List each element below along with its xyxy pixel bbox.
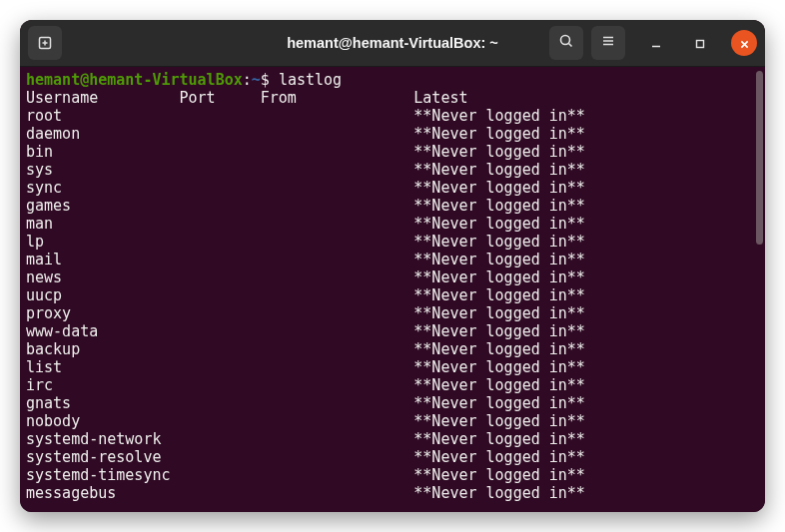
output-row: systemd-timesync**Never logged in** — [26, 466, 759, 484]
scrollbar-thumb[interactable] — [756, 71, 763, 245]
svg-rect-2 — [697, 40, 704, 47]
output-row: proxy**Never logged in** — [26, 304, 759, 322]
minimize-icon — [651, 34, 661, 53]
prompt-sep: : — [243, 71, 252, 89]
row-username: systemd-network — [26, 430, 180, 448]
row-latest: **Never logged in** — [413, 125, 585, 143]
header-username: Username — [26, 89, 180, 107]
new-tab-button[interactable] — [28, 26, 62, 60]
row-latest: **Never logged in** — [413, 179, 585, 197]
row-username: lp — [26, 233, 180, 251]
row-latest: **Never logged in** — [413, 466, 585, 484]
header-latest: Latest — [413, 89, 467, 107]
output-row: man**Never logged in** — [26, 215, 759, 233]
row-latest: **Never logged in** — [413, 304, 585, 322]
output-row: news**Never logged in** — [26, 268, 759, 286]
output-row: nobody**Never logged in** — [26, 412, 759, 430]
row-username: sync — [26, 179, 180, 197]
output-row: root**Never logged in** — [26, 107, 759, 125]
row-username: nobody — [26, 412, 180, 430]
row-username: games — [26, 197, 180, 215]
row-latest: **Never logged in** — [413, 484, 585, 502]
row-latest: **Never logged in** — [413, 233, 585, 251]
output-row: games**Never logged in** — [26, 197, 759, 215]
minimize-button[interactable] — [643, 30, 669, 56]
search-button[interactable] — [549, 26, 583, 60]
output-row: sync**Never logged in** — [26, 179, 759, 197]
header-from: From — [261, 89, 414, 107]
terminal-body[interactable]: hemant@hemant-VirtualBox:~$ lastlog User… — [20, 67, 765, 512]
output-row: uucp**Never logged in** — [26, 286, 759, 304]
row-username: proxy — [26, 304, 180, 322]
row-latest: **Never logged in** — [413, 430, 585, 448]
row-latest: **Never logged in** — [413, 358, 585, 376]
output-row: messagebus**Never logged in** — [26, 484, 759, 502]
row-latest: **Never logged in** — [413, 215, 585, 233]
hamburger-menu-button[interactable] — [591, 26, 625, 60]
row-latest: **Never logged in** — [413, 286, 585, 304]
row-latest: **Never logged in** — [413, 161, 585, 179]
menu-icon — [600, 33, 616, 53]
row-username: daemon — [26, 125, 180, 143]
row-username: man — [26, 215, 180, 233]
row-username: www-data — [26, 322, 180, 340]
row-latest: **Never logged in** — [413, 412, 585, 430]
row-username: systemd-resolve — [26, 448, 180, 466]
output-row: lp**Never logged in** — [26, 233, 759, 251]
row-latest: **Never logged in** — [413, 322, 585, 340]
output-row: daemon**Never logged in** — [26, 125, 759, 143]
command-text: lastlog — [279, 71, 342, 89]
close-icon — [740, 34, 749, 53]
search-icon — [558, 33, 574, 53]
row-latest: **Never logged in** — [413, 448, 585, 466]
row-latest: **Never logged in** — [413, 251, 585, 268]
output-row: list**Never logged in** — [26, 358, 759, 376]
prompt-line: hemant@hemant-VirtualBox:~$ lastlog — [26, 71, 759, 89]
output-row: gnats**Never logged in** — [26, 394, 759, 412]
output-row: systemd-resolve**Never logged in** — [26, 448, 759, 466]
maximize-icon — [695, 34, 705, 53]
header-port: Port — [180, 89, 261, 107]
row-username: systemd-timesync — [26, 466, 180, 484]
output-row: sys**Never logged in** — [26, 161, 759, 179]
row-username: root — [26, 107, 180, 125]
row-username: news — [26, 268, 180, 286]
row-username: gnats — [26, 394, 180, 412]
row-username: messagebus — [26, 484, 180, 502]
output-row: backup**Never logged in** — [26, 340, 759, 358]
output-row: www-data**Never logged in** — [26, 322, 759, 340]
close-button[interactable] — [731, 30, 757, 56]
prompt-path: ~ — [252, 71, 261, 89]
row-latest: **Never logged in** — [413, 143, 585, 161]
row-latest: **Never logged in** — [413, 340, 585, 358]
output-row: irc**Never logged in** — [26, 376, 759, 394]
terminal-window: hemant@hemant-VirtualBox: ~ — [20, 20, 765, 512]
row-latest: **Never logged in** — [413, 376, 585, 394]
row-latest: **Never logged in** — [413, 394, 585, 412]
row-username: list — [26, 358, 180, 376]
output-row: mail**Never logged in** — [26, 251, 759, 268]
output-row: bin**Never logged in** — [26, 143, 759, 161]
row-username: sys — [26, 161, 180, 179]
maximize-button[interactable] — [687, 30, 713, 56]
row-latest: **Never logged in** — [413, 197, 585, 215]
svg-point-1 — [561, 36, 570, 45]
window-title: hemant@hemant-VirtualBox: ~ — [287, 35, 498, 51]
row-username: uucp — [26, 286, 180, 304]
prompt-dollar: $ — [261, 71, 270, 89]
row-username: backup — [26, 340, 180, 358]
row-username: irc — [26, 376, 180, 394]
row-latest: **Never logged in** — [413, 268, 585, 286]
row-username: bin — [26, 143, 180, 161]
prompt-user-host: hemant@hemant-VirtualBox — [26, 71, 243, 89]
row-username: mail — [26, 251, 180, 268]
header-row: UsernamePortFromLatest — [26, 89, 759, 107]
row-latest: **Never logged in** — [413, 107, 585, 125]
titlebar: hemant@hemant-VirtualBox: ~ — [20, 20, 765, 67]
output-row: systemd-network**Never logged in** — [26, 430, 759, 448]
